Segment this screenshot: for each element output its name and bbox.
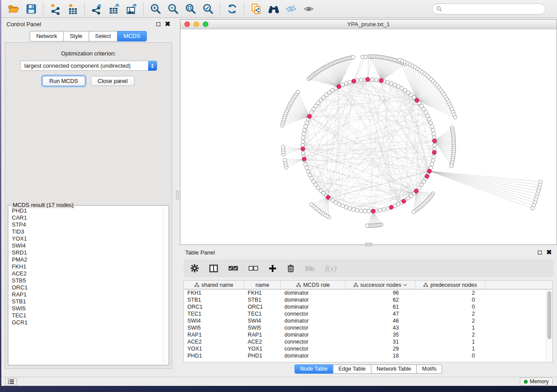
run-mcds-button[interactable]: Run MCDS <box>42 76 85 86</box>
mcds-result-item[interactable]: SWI4 <box>9 242 162 249</box>
network-node[interactable] <box>396 203 400 206</box>
mcds-result-item[interactable]: GCR1 <box>9 319 162 326</box>
network-node[interactable] <box>374 78 378 82</box>
network-node[interactable] <box>344 82 348 86</box>
mcds-result-item[interactable]: PMA2 <box>9 256 162 263</box>
task-history-button[interactable] <box>5 378 17 385</box>
dominator-node[interactable] <box>401 199 405 203</box>
network-node[interactable] <box>281 145 285 148</box>
column-header-MCDS-role[interactable]: MCDS role <box>281 281 346 289</box>
network-node[interactable] <box>301 140 305 144</box>
dominator-node[interactable] <box>301 147 305 151</box>
network-node[interactable] <box>306 170 310 174</box>
mcds-result-item[interactable]: FKH1 <box>9 263 162 270</box>
export-image-button[interactable] <box>123 2 140 16</box>
network-node[interactable] <box>450 164 453 168</box>
network-node[interactable] <box>431 159 435 163</box>
network-node[interactable] <box>341 204 345 208</box>
table-scrollbar[interactable] <box>546 290 552 362</box>
mcds-result-item[interactable]: ACE2 <box>9 270 162 277</box>
network-node[interactable] <box>303 128 307 132</box>
dominator-node[interactable] <box>415 98 419 102</box>
duplicate-network-button[interactable] <box>247 2 265 16</box>
float-panel-icon[interactable] <box>156 22 160 26</box>
network-node[interactable] <box>386 206 390 210</box>
tab-network-table[interactable]: Network Table <box>371 364 417 374</box>
dominator-node[interactable] <box>366 77 370 81</box>
network-node[interactable] <box>393 204 397 208</box>
dominator-node[interactable] <box>379 79 383 83</box>
table-row[interactable]: YOX1YOX1connector291 <box>184 345 552 352</box>
network-node[interactable] <box>305 166 309 170</box>
network-node[interactable] <box>366 224 369 227</box>
network-node[interactable] <box>301 136 305 140</box>
network-node[interactable] <box>370 78 374 82</box>
tab-style[interactable]: Style <box>63 31 89 41</box>
table-row[interactable]: ACE2ACE2connector311 <box>184 338 552 345</box>
network-node[interactable] <box>355 208 359 212</box>
network-node[interactable] <box>348 80 352 84</box>
mcds-result-item[interactable]: RAP1 <box>9 291 162 298</box>
network-node[interactable] <box>432 132 436 136</box>
dominator-node[interactable] <box>352 79 356 83</box>
network-canvas[interactable] <box>180 29 557 244</box>
network-node[interactable] <box>431 128 435 132</box>
mcds-result-item[interactable]: SWI5 <box>9 305 162 312</box>
horizontal-splitter-grip[interactable] <box>365 243 372 246</box>
column-header-shared-name[interactable]: shared name <box>184 281 244 289</box>
network-node[interactable] <box>412 210 415 213</box>
network-window-titlebar[interactable]: YPA_prune.txt_1 <box>180 20 557 29</box>
network-node[interactable] <box>304 124 308 128</box>
network-node[interactable] <box>389 82 393 86</box>
dominator-node[interactable] <box>371 209 375 213</box>
dominator-node[interactable] <box>308 114 311 118</box>
network-node[interactable] <box>305 121 309 125</box>
open-file-button[interactable] <box>5 2 22 16</box>
export-table-button[interactable] <box>105 2 123 16</box>
column-header-successor-nodes[interactable]: successor nodes <box>346 281 415 289</box>
table-row[interactable]: STB1STB1dominator620 <box>184 296 552 303</box>
show-column-button[interactable] <box>209 265 218 272</box>
mcds-result-item[interactable]: SRD1 <box>9 249 162 256</box>
network-node[interactable] <box>378 208 382 212</box>
save-session-button[interactable] <box>22 2 40 16</box>
network-node[interactable] <box>359 78 363 82</box>
hide-selected-button[interactable] <box>282 2 300 16</box>
network-node[interactable] <box>359 209 363 213</box>
table-row[interactable]: RAP1RAP1dominator352 <box>184 331 552 338</box>
network-node[interactable] <box>429 121 433 125</box>
column-header-predecessor-nodes[interactable]: predecessor nodes <box>415 281 485 289</box>
network-node[interactable] <box>304 162 308 166</box>
network-node[interactable] <box>367 210 371 213</box>
network-node[interactable] <box>302 132 306 136</box>
tab-motifs[interactable]: Motifs <box>416 364 442 374</box>
table-row[interactable]: SWI5SWI5connector431 <box>184 324 552 331</box>
dominator-node[interactable] <box>326 195 330 199</box>
network-node[interactable] <box>424 110 428 114</box>
dominator-node[interactable] <box>432 139 436 143</box>
table-row[interactable]: PHD1PHD1dominator180 <box>184 352 552 359</box>
network-node[interactable] <box>348 206 352 210</box>
network-node[interactable] <box>283 158 287 162</box>
zoom-selected-button[interactable] <box>199 2 217 16</box>
mcds-result-item[interactable]: TEC1 <box>9 312 162 319</box>
dominator-node[interactable] <box>425 174 429 178</box>
network-node[interactable] <box>393 83 397 87</box>
vertical-splitter[interactable] <box>176 18 180 377</box>
network-node[interactable] <box>341 83 345 87</box>
network-node[interactable] <box>310 203 313 206</box>
mcds-result-item[interactable]: CAR1 <box>9 214 162 221</box>
table-scrollbar-thumb[interactable] <box>547 291 551 339</box>
table-row[interactable]: ORC1ORC1dominator610 <box>184 303 552 310</box>
float-panel-icon[interactable] <box>538 251 542 254</box>
table-row[interactable]: SWI4SWI4dominator462 <box>184 317 552 324</box>
dominator-node[interactable] <box>414 189 418 193</box>
maximize-window-icon[interactable] <box>203 21 208 27</box>
dominator-node[interactable] <box>427 169 431 173</box>
memory-button[interactable]: Memory <box>520 378 553 385</box>
table-row[interactable]: FKH1FKH1dominator962 <box>184 289 552 296</box>
tab-node-table[interactable]: Node Table <box>294 364 333 374</box>
search-binoculars-button[interactable] <box>265 2 282 16</box>
mcds-result-scrollbar[interactable] <box>163 206 168 364</box>
delete-table-button[interactable] <box>305 265 315 272</box>
